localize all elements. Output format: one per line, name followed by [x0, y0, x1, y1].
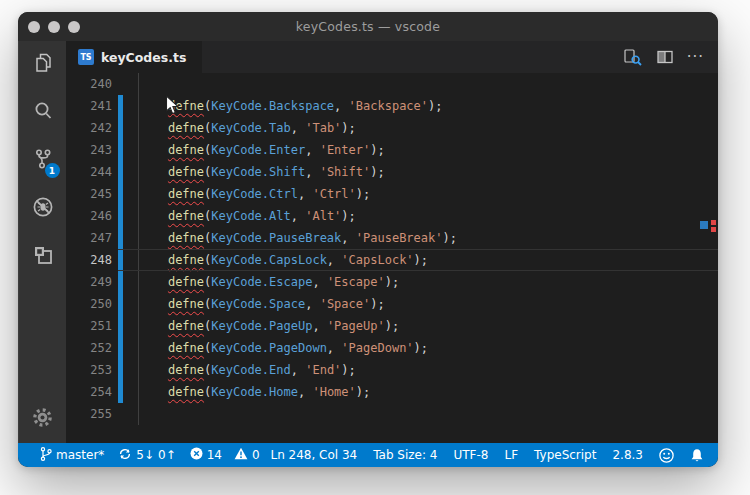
split-editor-icon[interactable] — [657, 50, 673, 64]
eol-indicator[interactable]: LF — [504, 448, 518, 462]
traffic-lights — [28, 12, 80, 41]
sync-status[interactable]: 5↓ 0↑ — [118, 447, 175, 464]
sidebar-item-source-control[interactable]: 1 — [19, 137, 67, 185]
code-line[interactable]: 246 defne(KeyCode.Alt, 'Alt'); — [66, 205, 718, 227]
minimize-window-button[interactable] — [48, 21, 60, 33]
warning-icon — [234, 447, 248, 463]
sidebar-item-debug[interactable] — [19, 185, 67, 233]
code-line[interactable]: 242 defne(KeyCode.Tab, 'Tab'); — [66, 117, 718, 139]
git-gutter-marker — [118, 403, 123, 425]
editor-lines: 240241 defne(KeyCode.Backspace, 'Backspa… — [66, 73, 718, 443]
line-number: 243 — [66, 139, 112, 161]
line-number: 241 — [66, 95, 112, 117]
code-line[interactable]: 245 defne(KeyCode.Ctrl, 'Ctrl'); — [66, 183, 718, 205]
git-gutter-marker — [118, 293, 123, 315]
line-number: 253 — [66, 359, 112, 381]
line-number: 251 — [66, 315, 112, 337]
settings-button[interactable] — [19, 395, 67, 443]
line-number: 246 — [66, 205, 112, 227]
code-text — [139, 73, 718, 95]
code-line[interactable]: 241 defne(KeyCode.Backspace, 'Backspace'… — [66, 95, 718, 117]
open-changes-icon[interactable] — [623, 49, 643, 66]
code-text: defne(KeyCode.Alt, 'Alt'); — [139, 205, 718, 227]
git-gutter-marker — [118, 73, 123, 95]
line-number: 244 — [66, 161, 112, 183]
typescript-version[interactable]: 2.8.3 — [612, 448, 643, 462]
git-gutter-marker — [118, 249, 123, 271]
git-gutter-marker — [118, 271, 123, 293]
line-number: 242 — [66, 117, 112, 139]
code-text: defne(KeyCode.CapsLock, 'CapsLock'); — [139, 249, 718, 271]
line-number: 248 — [66, 249, 112, 271]
code-line[interactable]: 250 defne(KeyCode.Space, 'Space'); — [66, 293, 718, 315]
git-gutter-marker — [118, 315, 123, 337]
code-line[interactable]: 248 defne(KeyCode.CapsLock, 'CapsLock'); — [66, 249, 718, 271]
code-text: defne(KeyCode.PauseBreak, 'PauseBreak'); — [139, 227, 718, 249]
git-gutter-marker — [118, 227, 123, 249]
code-line[interactable]: 251 defne(KeyCode.PageUp, 'PageUp'); — [66, 315, 718, 337]
title-bar: keyCodes.ts — vscode — [18, 12, 718, 41]
language-mode[interactable]: TypeScript — [534, 448, 596, 462]
code-text: defne(KeyCode.Shift, 'Shift'); — [139, 161, 718, 183]
sidebar-item-search[interactable] — [19, 89, 67, 137]
code-text — [139, 403, 718, 425]
error-count: 14 — [207, 448, 222, 462]
code-text: defne(KeyCode.Backspace, 'Backspace'); — [139, 95, 718, 117]
code-text: defne(KeyCode.PageUp, 'PageUp'); — [139, 315, 718, 337]
code-line[interactable]: 253 defne(KeyCode.End, 'End'); — [66, 359, 718, 381]
tab-size-indicator[interactable]: Tab Size: 4 — [373, 448, 437, 462]
error-icon — [190, 447, 203, 463]
warning-count: 0 — [252, 448, 260, 462]
zoom-window-button[interactable] — [68, 21, 80, 33]
code-text: defne(KeyCode.Ctrl, 'Ctrl'); — [139, 183, 718, 205]
git-branch-status[interactable]: master* — [40, 446, 104, 465]
more-actions-icon[interactable]: ··· — [687, 52, 704, 62]
code-editor[interactable]: 240241 defne(KeyCode.Backspace, 'Backspa… — [66, 73, 718, 443]
notifications-bell-icon[interactable] — [690, 448, 704, 463]
sync-outgoing: 0↑ — [158, 448, 176, 462]
sidebar-item-extensions[interactable] — [19, 233, 67, 281]
git-gutter-marker — [118, 161, 123, 183]
code-text: defne(KeyCode.Enter, 'Enter'); — [139, 139, 718, 161]
problems-status[interactable]: 14 0 — [190, 447, 260, 463]
line-number: 249 — [66, 271, 112, 293]
code-text: defne(KeyCode.Tab, 'Tab'); — [139, 117, 718, 139]
tab-keycodes-ts[interactable]: TS keyCodes.ts — [66, 41, 202, 73]
line-number: 247 — [66, 227, 112, 249]
tab-bar: TS keyCodes.ts — [66, 41, 718, 73]
branch-name: master* — [56, 448, 104, 462]
feedback-smiley-icon[interactable] — [659, 448, 674, 463]
git-gutter-marker — [118, 337, 123, 359]
search-icon — [31, 99, 55, 127]
cursor-position[interactable]: Ln 248, Col 34 — [270, 448, 357, 462]
git-gutter-marker — [118, 139, 123, 161]
code-line[interactable]: 240 — [66, 73, 718, 95]
code-line[interactable]: 249 defne(KeyCode.Escape, 'Escape'); — [66, 271, 718, 293]
line-number: 252 — [66, 337, 112, 359]
sync-incoming: 5↓ — [136, 448, 154, 462]
code-line[interactable]: 243 defne(KeyCode.Enter, 'Enter'); — [66, 139, 718, 161]
encoding-indicator[interactable]: UTF-8 — [454, 448, 489, 462]
scm-badge: 1 — [45, 163, 60, 178]
debug-crossed-bug-icon — [31, 195, 55, 223]
status-bar: master* 5↓ 0↑ — [18, 443, 718, 467]
code-text: defne(KeyCode.Space, 'Space'); — [139, 293, 718, 315]
close-window-button[interactable] — [28, 21, 40, 33]
code-line[interactable]: 254 defne(KeyCode.Home, 'Home'); — [66, 381, 718, 403]
git-gutter-marker — [118, 117, 123, 139]
code-line[interactable]: 255 — [66, 403, 718, 425]
line-number: 254 — [66, 381, 112, 403]
line-number: 255 — [66, 403, 112, 425]
activity-bar: 1 — [18, 41, 66, 443]
code-text: defne(KeyCode.PageDown, 'PageDown'); — [139, 337, 718, 359]
window-title: keyCodes.ts — vscode — [296, 19, 440, 34]
code-line[interactable]: 244 defne(KeyCode.Shift, 'Shift'); — [66, 161, 718, 183]
line-number: 245 — [66, 183, 112, 205]
sidebar-item-explorer[interactable] — [19, 41, 67, 89]
code-line[interactable]: 247 defne(KeyCode.PauseBreak, 'PauseBrea… — [66, 227, 718, 249]
editor-actions: ··· — [623, 41, 718, 73]
tab-label: keyCodes.ts — [101, 50, 186, 65]
code-line[interactable]: 252 defne(KeyCode.PageDown, 'PageDown'); — [66, 337, 718, 359]
sync-icon — [118, 447, 132, 464]
code-text: defne(KeyCode.Escape, 'Escape'); — [139, 271, 718, 293]
